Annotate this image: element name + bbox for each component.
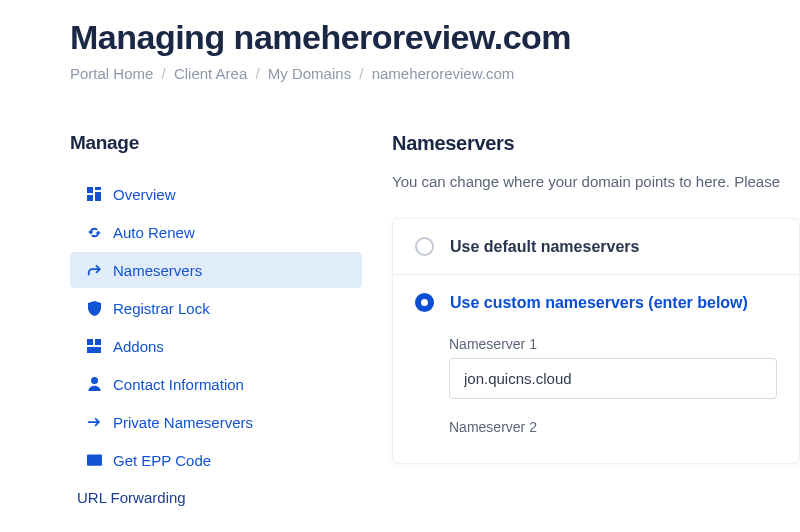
sidebar-item-addons[interactable]: Addons: [70, 328, 362, 364]
nameserver-2-label: Nameserver 2: [449, 413, 777, 435]
sidebar-item-private-nameservers[interactable]: Private Nameservers: [70, 404, 362, 440]
page-title: Managing nameheroreview.com: [70, 18, 800, 57]
sidebar-item-label: Get EPP Code: [113, 452, 211, 469]
sidebar-item-label: Contact Information: [113, 376, 244, 393]
sidebar-item-get-epp-code[interactable]: Get EPP Code: [70, 442, 362, 478]
person-icon: [85, 375, 103, 393]
ticket-icon: [85, 451, 103, 469]
sidebar-item-label: Overview: [113, 186, 176, 203]
shield-icon: [85, 299, 103, 317]
svg-rect-1: [95, 187, 101, 190]
main-description: You can change where your domain points …: [392, 173, 800, 190]
sidebar: Manage Overview Auto Renew Nameservers R…: [70, 132, 362, 517]
breadcrumb-item[interactable]: Portal Home: [70, 65, 153, 82]
sidebar-item-label: Auto Renew: [113, 224, 195, 241]
refresh-icon: [85, 223, 103, 241]
sidebar-item-label: URL Forwarding: [77, 489, 186, 506]
svg-rect-5: [95, 339, 101, 345]
share-icon: [85, 261, 103, 279]
sidebar-item-contact-information[interactable]: Contact Information: [70, 366, 362, 402]
sidebar-item-label: Addons: [113, 338, 164, 355]
sidebar-item-nameservers[interactable]: Nameservers: [70, 252, 362, 288]
nameserver-options-card: Use default nameservers Use custom names…: [392, 218, 800, 464]
sidebar-item-url-forwarding[interactable]: URL Forwarding: [70, 480, 362, 515]
nameserver-1-input[interactable]: [449, 358, 777, 399]
sidebar-heading: Manage: [70, 132, 362, 154]
breadcrumb: Portal Home / Client Area / My Domains /…: [70, 65, 800, 82]
radio-checked-icon: [415, 293, 434, 312]
nameserver-fields: Nameserver 1 Nameserver 2: [393, 330, 799, 463]
svg-rect-8: [87, 454, 102, 465]
breadcrumb-item[interactable]: My Domains: [268, 65, 351, 82]
svg-rect-4: [87, 339, 93, 345]
breadcrumb-separator: /: [255, 65, 259, 82]
svg-rect-6: [87, 347, 101, 353]
breadcrumb-item[interactable]: nameheroreview.com: [372, 65, 515, 82]
sidebar-item-label: Private Nameservers: [113, 414, 253, 431]
arrow-right-icon: [85, 413, 103, 431]
breadcrumb-item[interactable]: Client Area: [174, 65, 247, 82]
main-heading: Nameservers: [392, 132, 800, 155]
dashboard-icon: [85, 185, 103, 203]
sidebar-item-overview[interactable]: Overview: [70, 176, 362, 212]
radio-unchecked-icon: [415, 237, 434, 256]
svg-point-7: [91, 377, 98, 384]
nameserver-1-label: Nameserver 1: [449, 330, 777, 352]
sidebar-item-registrar-lock[interactable]: Registrar Lock: [70, 290, 362, 326]
radio-option-custom[interactable]: Use custom nameservers (enter below): [393, 275, 799, 330]
sidebar-item-auto-renew[interactable]: Auto Renew: [70, 214, 362, 250]
radio-label: Use custom nameservers (enter below): [450, 294, 748, 312]
sidebar-item-label: Registrar Lock: [113, 300, 210, 317]
radio-label: Use default nameservers: [450, 238, 639, 256]
sidebar-item-label: Nameservers: [113, 262, 202, 279]
addons-icon: [85, 337, 103, 355]
breadcrumb-separator: /: [162, 65, 166, 82]
main-content: Nameservers You can change where your do…: [392, 132, 800, 517]
breadcrumb-separator: /: [359, 65, 363, 82]
svg-rect-2: [95, 192, 101, 201]
svg-rect-0: [87, 187, 93, 193]
svg-rect-3: [87, 195, 93, 201]
radio-option-default[interactable]: Use default nameservers: [393, 219, 799, 275]
